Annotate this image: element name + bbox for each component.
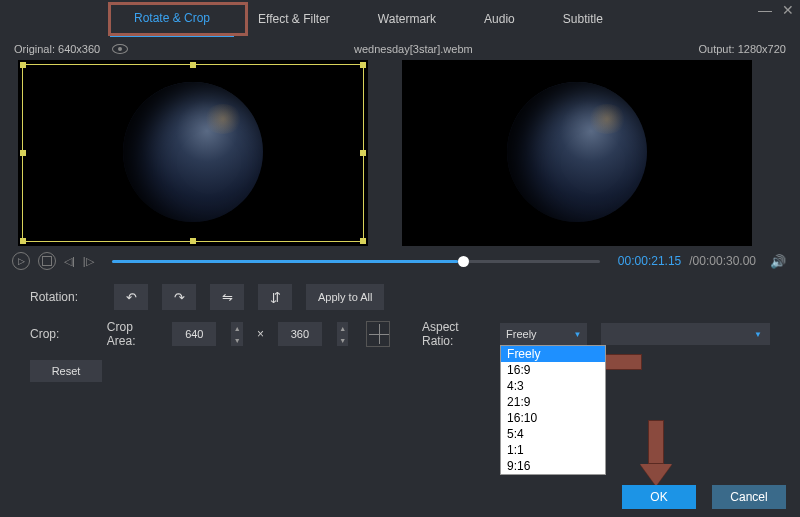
- annotation-arrow-ok: [640, 420, 672, 486]
- crop-row: Crop: Crop Area: ▲▼ × ▲▼ Aspect Ratio: F…: [0, 318, 800, 356]
- rotate-left-button[interactable]: ↶: [114, 284, 148, 310]
- rotation-row: Rotation: ↶ ↷ ⇋ ⇵ Apply to All: [0, 276, 800, 318]
- rotation-label: Rotation:: [30, 290, 100, 304]
- original-size-label: Original: 640x360: [14, 43, 100, 55]
- close-icon[interactable]: ✕: [782, 2, 794, 18]
- crop-height-input[interactable]: [278, 322, 322, 346]
- chevron-down-icon: ▼: [574, 330, 582, 339]
- playback-controls: ▷ ◁| |▷ 00:00:21.15/00:00:30.00 🔊: [0, 246, 800, 276]
- crop-handle[interactable]: [360, 62, 366, 68]
- aspect-option[interactable]: 5:4: [501, 426, 605, 442]
- secondary-dropdown[interactable]: ▼: [601, 323, 770, 345]
- play-icon[interactable]: ▷: [12, 252, 30, 270]
- volume-icon[interactable]: 🔊: [770, 254, 786, 269]
- crop-handle[interactable]: [190, 62, 196, 68]
- crop-handle[interactable]: [20, 238, 26, 244]
- time-total: /00:00:30.00: [689, 254, 756, 268]
- progress-thumb[interactable]: [458, 256, 469, 267]
- apply-all-button[interactable]: Apply to All: [306, 284, 384, 310]
- flip-vertical-button[interactable]: ⇵: [258, 284, 292, 310]
- chevron-down-icon: ▼: [754, 330, 762, 339]
- progress-slider[interactable]: [112, 260, 600, 263]
- aspect-option[interactable]: 16:9: [501, 362, 605, 378]
- filename-label: wednesday[3star].webm: [354, 43, 473, 55]
- width-stepper[interactable]: ▲▼: [230, 322, 243, 346]
- cancel-button[interactable]: Cancel: [712, 485, 786, 509]
- aspect-option[interactable]: 21:9: [501, 394, 605, 410]
- reset-button[interactable]: Reset: [30, 360, 102, 382]
- next-frame-icon[interactable]: |▷: [83, 255, 94, 268]
- tab-rotate-crop[interactable]: Rotate & Crop: [110, 1, 234, 37]
- progress-fill: [112, 260, 459, 263]
- preview-image: [507, 82, 647, 222]
- footer-buttons: OK Cancel: [622, 485, 786, 509]
- rotate-right-button[interactable]: ↷: [162, 284, 196, 310]
- output-preview: [402, 60, 752, 246]
- crop-handle[interactable]: [190, 238, 196, 244]
- crop-handle[interactable]: [360, 150, 366, 156]
- tab-watermark[interactable]: Watermark: [354, 2, 460, 36]
- crop-area-label: Crop Area:: [107, 320, 158, 348]
- crop-handle[interactable]: [20, 62, 26, 68]
- aspect-option[interactable]: 4:3: [501, 378, 605, 394]
- eye-icon[interactable]: [112, 44, 128, 54]
- aspect-option[interactable]: 1:1: [501, 442, 605, 458]
- aspect-ratio-dropdown[interactable]: Freely ▼ Freely 16:9 4:3 21:9 16:10 5:4 …: [500, 323, 587, 345]
- prev-frame-icon[interactable]: ◁|: [64, 255, 75, 268]
- crop-handle[interactable]: [360, 238, 366, 244]
- tab-subtitle[interactable]: Subtitle: [539, 2, 627, 36]
- stop-icon[interactable]: [38, 252, 56, 270]
- crop-handle[interactable]: [20, 150, 26, 156]
- aspect-ratio-label: Aspect Ratio:: [422, 320, 486, 348]
- aspect-option[interactable]: 9:16: [501, 458, 605, 474]
- aspect-option[interactable]: 16:10: [501, 410, 605, 426]
- aspect-option[interactable]: Freely: [501, 346, 605, 362]
- ok-button[interactable]: OK: [622, 485, 696, 509]
- crop-sep: ×: [257, 327, 264, 341]
- info-bar: Original: 640x360 wednesday[3star].webm …: [0, 38, 800, 60]
- flip-horizontal-button[interactable]: ⇋: [210, 284, 244, 310]
- tab-audio[interactable]: Audio: [460, 2, 539, 36]
- minimize-icon[interactable]: —: [758, 2, 772, 18]
- output-size-label: Output: 1280x720: [699, 43, 786, 55]
- crop-label: Crop:: [30, 327, 93, 341]
- tab-bar: Rotate & Crop Effect & Filter Watermark …: [0, 0, 800, 38]
- crop-width-input[interactable]: [172, 322, 216, 346]
- tab-effect-filter[interactable]: Effect & Filter: [234, 2, 354, 36]
- time-current: 00:00:21.15: [618, 254, 681, 268]
- aspect-ratio-options: Freely 16:9 4:3 21:9 16:10 5:4 1:1 9:16: [500, 345, 606, 475]
- aspect-ratio-value: Freely: [506, 328, 537, 340]
- crop-selection[interactable]: [22, 64, 364, 242]
- center-crop-icon[interactable]: [366, 321, 390, 347]
- source-preview[interactable]: [18, 60, 368, 246]
- height-stepper[interactable]: ▲▼: [336, 322, 349, 346]
